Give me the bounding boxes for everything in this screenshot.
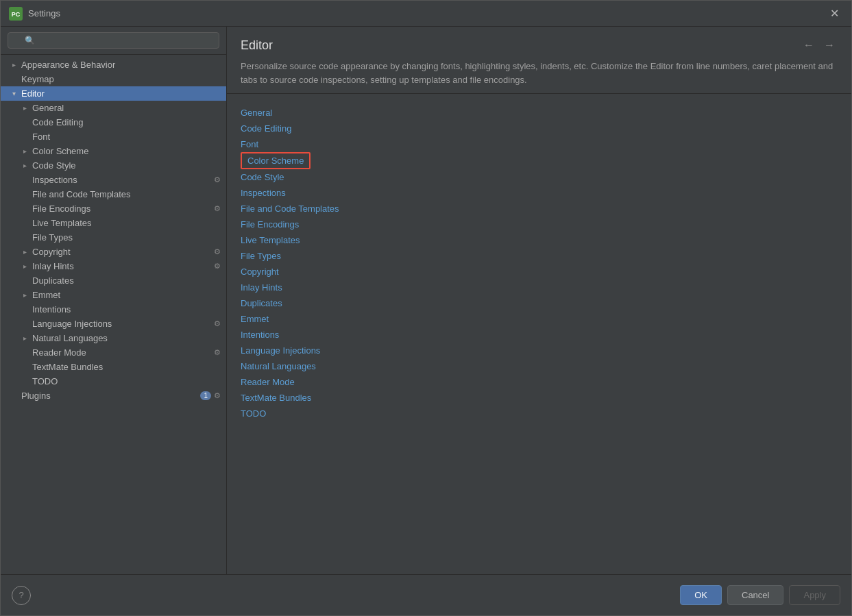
sidebar-item-intentions[interactable]: Intentions (1, 302, 226, 317)
sidebar-item-label-intentions: Intentions (32, 304, 226, 315)
emmet-arrow-icon: ▸ (20, 291, 29, 300)
sidebar: 🔍 ▸Appearance & BehaviorKeymap▾Editor▸Ge… (1, 27, 227, 574)
sidebar-item-plugins[interactable]: Plugins1⚙ (1, 389, 226, 403)
reader-mode-settings-icon: ⚙ (214, 348, 221, 357)
main-link-font[interactable]: Font (241, 136, 838, 152)
sidebar-item-color-scheme[interactable]: ▸Color Scheme (1, 144, 226, 158)
main-link-code-editing[interactable]: Code Editing (241, 121, 838, 136)
sidebar-item-copyright[interactable]: ▸Copyright⚙ (1, 245, 226, 259)
sidebar-item-emmet[interactable]: ▸Emmet (1, 288, 226, 302)
copyright-arrow-icon: ▸ (20, 247, 29, 257)
sidebar-item-label-file-and-code-templates: File and Code Templates (32, 189, 226, 199)
sidebar-item-font[interactable]: Font (1, 130, 226, 144)
main-links: GeneralCode EditingFontColor SchemeCode … (227, 94, 851, 574)
search-input[interactable] (8, 32, 219, 49)
sidebar-item-editor[interactable]: ▾Editor (1, 86, 226, 101)
main-link-duplicates[interactable]: Duplicates (241, 295, 838, 311)
color-scheme-arrow-icon: ▸ (20, 147, 29, 156)
sidebar-item-label-keymap: Keymap (21, 74, 226, 84)
main-link-textmate-bundles[interactable]: TextMate Bundles (241, 390, 838, 406)
keymap-arrow-icon (9, 75, 19, 84)
main-link-color-scheme[interactable]: Color Scheme (241, 152, 311, 169)
sidebar-item-natural-languages[interactable]: ▸Natural Languages (1, 331, 226, 345)
main-link-copyright[interactable]: Copyright (241, 264, 838, 280)
editor-arrow-icon: ▾ (9, 89, 19, 99)
inspections-arrow-icon (20, 175, 29, 185)
sidebar-item-label-file-encodings: File Encodings (32, 204, 214, 214)
file-and-code-templates-arrow-icon (20, 190, 29, 199)
natural-languages-arrow-icon: ▸ (20, 334, 29, 343)
appearance-arrow-icon: ▸ (9, 60, 19, 70)
forward-arrow[interactable]: → (821, 38, 838, 53)
sidebar-item-duplicates[interactable]: Duplicates (1, 273, 226, 288)
back-arrow[interactable]: ← (801, 38, 817, 53)
main-header: Editor ← → Personalize source code appea… (227, 27, 851, 94)
sidebar-item-label-live-templates: Live Templates (32, 218, 226, 228)
sidebar-item-inspections[interactable]: Inspections⚙ (1, 173, 226, 187)
sidebar-item-label-duplicates: Duplicates (32, 275, 226, 286)
plugins-arrow-icon (9, 391, 19, 401)
main-link-file-encodings[interactable]: File Encodings (241, 217, 838, 232)
app-icon: PC (9, 7, 23, 21)
duplicates-arrow-icon (20, 276, 29, 286)
sidebar-item-label-copyright: Copyright (32, 247, 214, 257)
sidebar-item-inlay-hints[interactable]: ▸Inlay Hints⚙ (1, 259, 226, 273)
sidebar-item-live-templates[interactable]: Live Templates (1, 216, 226, 230)
language-injections-arrow-icon (20, 319, 29, 329)
textmate-bundles-arrow-icon (20, 362, 29, 372)
main-link-general[interactable]: General (241, 105, 838, 121)
main-link-inlay-hints[interactable]: Inlay Hints (241, 280, 838, 295)
main-link-emmet[interactable]: Emmet (241, 311, 838, 327)
window-title: Settings (28, 8, 826, 19)
sidebar-item-reader-mode[interactable]: Reader Mode⚙ (1, 345, 226, 360)
main-link-code-style[interactable]: Code Style (241, 169, 838, 185)
ok-button[interactable]: OK (680, 585, 722, 605)
sidebar-item-file-encodings[interactable]: File Encodings⚙ (1, 201, 226, 216)
reader-mode-arrow-icon (20, 348, 29, 358)
code-editing-arrow-icon (20, 118, 29, 127)
sidebar-item-textmate-bundles[interactable]: TextMate Bundles (1, 360, 226, 374)
sidebar-tree: ▸Appearance & BehaviorKeymap▾Editor▸Gene… (1, 55, 226, 574)
sidebar-item-general[interactable]: ▸General (1, 101, 226, 115)
help-button[interactable]: ? (12, 586, 31, 605)
cancel-button[interactable]: Cancel (727, 585, 783, 605)
main-panel: Editor ← → Personalize source code appea… (227, 27, 851, 574)
sidebar-item-todo[interactable]: TODO (1, 374, 226, 389)
nav-arrows: ← → (801, 38, 838, 53)
sidebar-item-label-inlay-hints: Inlay Hints (32, 261, 214, 271)
main-link-todo[interactable]: TODO (241, 406, 838, 421)
svg-text:PC: PC (12, 11, 21, 18)
sidebar-item-label-appearance: Appearance & Behavior (21, 60, 226, 70)
main-link-inspections[interactable]: Inspections (241, 185, 838, 201)
language-injections-settings-icon: ⚙ (214, 319, 221, 328)
sidebar-item-code-style[interactable]: ▸Code Style (1, 158, 226, 173)
sidebar-item-label-file-types: File Types (32, 232, 226, 243)
main-link-language-injections[interactable]: Language Injections (241, 343, 838, 358)
sidebar-item-label-editor: Editor (21, 88, 226, 99)
inlay-hints-arrow-icon: ▸ (20, 262, 29, 271)
sidebar-item-keymap[interactable]: Keymap (1, 72, 226, 86)
file-encodings-arrow-icon (20, 204, 29, 214)
sidebar-item-label-font: Font (32, 132, 226, 142)
sidebar-item-language-injections[interactable]: Language Injections⚙ (1, 317, 226, 331)
sidebar-item-appearance[interactable]: ▸Appearance & Behavior (1, 58, 226, 72)
main-description: Personalize source code appearance by ch… (241, 60, 838, 86)
main-link-file-types[interactable]: File Types (241, 248, 838, 264)
page-title: Editor (241, 38, 273, 53)
main-link-reader-mode[interactable]: Reader Mode (241, 374, 838, 390)
sidebar-item-code-editing[interactable]: Code Editing (1, 115, 226, 130)
close-button[interactable]: ✕ (826, 5, 843, 21)
plugins-settings-icon: ⚙ (214, 391, 221, 400)
main-link-live-templates[interactable]: Live Templates (241, 232, 838, 248)
sidebar-item-label-color-scheme: Color Scheme (32, 146, 226, 156)
main-link-intentions[interactable]: Intentions (241, 327, 838, 343)
sidebar-item-file-types[interactable]: File Types (1, 230, 226, 245)
main-link-file-and-code-templates[interactable]: File and Code Templates (241, 201, 838, 217)
sidebar-item-label-inspections: Inspections (32, 175, 214, 185)
sidebar-item-label-todo: TODO (32, 376, 226, 386)
main-link-natural-languages[interactable]: Natural Languages (241, 358, 838, 374)
apply-button[interactable]: Apply (789, 585, 840, 605)
sidebar-item-file-and-code-templates[interactable]: File and Code Templates (1, 187, 226, 201)
sidebar-item-label-plugins: Plugins (21, 391, 200, 401)
settings-window: PC Settings ✕ 🔍 ▸Appearance & BehaviorKe… (0, 0, 852, 616)
